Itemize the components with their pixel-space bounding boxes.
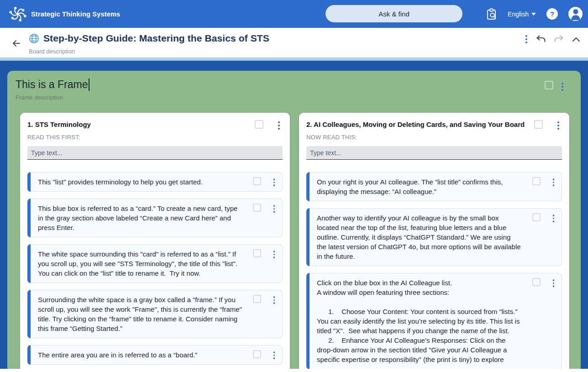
- collapse-up-icon[interactable]: [572, 36, 581, 42]
- list-kebab-menu-icon[interactable]: [277, 121, 281, 131]
- card-kebab-menu-icon[interactable]: [273, 351, 276, 360]
- frame: This is a Frame Frame description 1. STS…: [7, 71, 581, 369]
- list-title[interactable]: 2. AI Colleagues, Moving or Deleting Car…: [306, 120, 526, 129]
- redo-icon[interactable]: [554, 35, 564, 44]
- top-app-bar: Strategic Thinking Systems Ask & find En…: [0, 0, 588, 28]
- card-kebab-menu-icon[interactable]: [273, 295, 276, 305]
- frame-checkbox[interactable]: [545, 81, 553, 89]
- board-header: Step-by-Step Guide: Mastering the Basics…: [0, 28, 588, 61]
- card[interactable]: The white space surrounding this "card" …: [27, 244, 283, 283]
- card-checkbox[interactable]: [253, 295, 261, 303]
- list-subtitle: NOW READ THIS:: [306, 134, 562, 141]
- card-checkbox[interactable]: [253, 350, 261, 358]
- list-checkbox[interactable]: [255, 120, 263, 129]
- card-text: On your right is your AI colleague. The …: [317, 177, 521, 196]
- list-kebab-menu-icon[interactable]: [556, 121, 560, 131]
- ask-and-find-button[interactable]: Ask & find: [326, 5, 462, 22]
- list-ai-colleagues: 2. AI Colleagues, Moving or Deleting Car…: [299, 113, 569, 369]
- card-kebab-menu-icon[interactable]: [552, 178, 556, 187]
- card-checkbox[interactable]: [253, 249, 261, 257]
- card-text: The entire area you are in is referred t…: [38, 350, 242, 360]
- card-text: Surrounding the white space is a gray bo…: [38, 295, 242, 333]
- board-description[interactable]: Board description: [29, 48, 75, 55]
- card-text: This "list" provides terminology to help…: [38, 177, 242, 187]
- card-text: Another way to identify your AI colleagu…: [317, 213, 521, 261]
- logo-knot-icon: [9, 5, 26, 23]
- list-checkbox[interactable]: [534, 120, 543, 129]
- help-icon[interactable]: ?: [546, 8, 558, 20]
- card-kebab-menu-icon[interactable]: [552, 214, 556, 223]
- card[interactable]: The entire area you are in is referred t…: [27, 345, 283, 365]
- card-kebab-menu-icon[interactable]: [273, 250, 276, 259]
- frame-kebab-menu-icon[interactable]: [561, 82, 564, 92]
- card-checkbox[interactable]: [532, 213, 541, 221]
- card-kebab-menu-icon[interactable]: [552, 278, 556, 288]
- card-checkbox[interactable]: [532, 177, 541, 185]
- card-text: The white space surrounding this "card" …: [38, 249, 242, 278]
- language-label: English: [508, 10, 529, 18]
- list-title[interactable]: 1. STS Terminology: [27, 120, 247, 129]
- app-window: Strategic Thinking Systems Ask & find En…: [0, 0, 588, 372]
- cards-container: This "list" provides terminology to help…: [27, 172, 283, 365]
- card[interactable]: This blue box is referred to as a “card.…: [27, 199, 283, 237]
- list-sts-terminology: 1. STS Terminology READ THIS FIRST: This…: [20, 113, 290, 369]
- globe-icon: [29, 33, 39, 44]
- card-text: This blue box is referred to as a “card.…: [38, 204, 242, 232]
- cards-container: On your right is your AI colleague. The …: [306, 172, 562, 369]
- board-canvas: This is a Frame Frame description 1. STS…: [0, 61, 588, 369]
- clipboard-search-icon[interactable]: [487, 8, 497, 20]
- back-arrow-icon[interactable]: [11, 38, 22, 49]
- card-checkbox[interactable]: [253, 177, 261, 185]
- topbar-actions: English ?: [487, 0, 583, 28]
- board-title[interactable]: Step-by-Step Guide: Mastering the Basics…: [43, 33, 269, 44]
- language-caret-icon: [531, 13, 536, 16]
- card[interactable]: On your right is your AI colleague. The …: [306, 172, 562, 201]
- card-text: Click on the blue box in the AI Colleagu…: [317, 278, 521, 364]
- frame-description[interactable]: Frame description: [16, 94, 581, 101]
- avatar-icon[interactable]: [568, 7, 583, 21]
- board-kebab-menu-icon[interactable]: [525, 34, 528, 44]
- brand-title: Strategic Thinking Systems: [31, 10, 120, 18]
- card-checkbox[interactable]: [253, 204, 261, 212]
- card[interactable]: This "list" provides terminology to help…: [27, 172, 283, 192]
- new-card-input[interactable]: [306, 146, 562, 160]
- frame-title[interactable]: This is a Frame: [16, 79, 88, 91]
- card-checkbox[interactable]: [532, 278, 541, 286]
- text-caret: [89, 79, 89, 91]
- card[interactable]: Another way to identify your AI colleagu…: [306, 208, 562, 266]
- undo-icon[interactable]: [536, 35, 546, 44]
- card[interactable]: Click on the blue box in the AI Colleagu…: [306, 273, 562, 369]
- list-subtitle: READ THIS FIRST:: [27, 134, 283, 141]
- card[interactable]: Surrounding the white space is a gray bo…: [27, 290, 283, 338]
- card-kebab-menu-icon[interactable]: [273, 178, 276, 187]
- language-selector[interactable]: English: [508, 10, 536, 18]
- card-kebab-menu-icon[interactable]: [273, 204, 276, 214]
- brand: Strategic Thinking Systems: [9, 5, 120, 23]
- new-card-input[interactable]: [27, 146, 283, 160]
- board-header-actions: [525, 34, 581, 44]
